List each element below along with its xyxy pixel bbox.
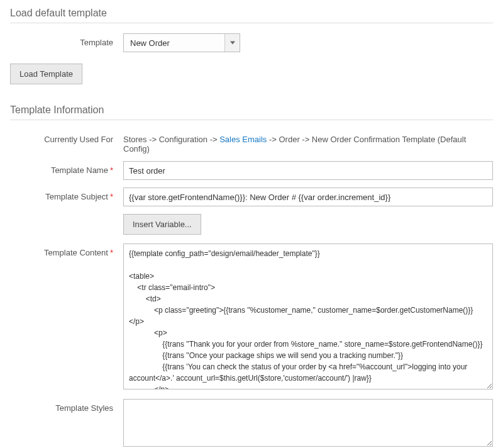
template-subject-input[interactable] <box>123 188 493 206</box>
template-select-row: Template New Order <box>10 33 493 52</box>
template-styles-wrap <box>123 399 493 448</box>
template-information-section: Template Information Currently Used For … <box>10 102 493 448</box>
template-select[interactable]: New Order <box>123 33 240 52</box>
load-template-button[interactable]: Load Template <box>10 64 82 84</box>
chevron-down-icon <box>224 34 240 52</box>
used-for-breadcrumb: Stores -> Configuration -> Sales Emails … <box>123 130 493 154</box>
template-content-textarea[interactable] <box>123 244 493 389</box>
required-icon: * <box>110 192 113 201</box>
template-name-label: Template Name* <box>10 161 123 175</box>
load-button-row: Load Template <box>10 64 493 84</box>
template-select-value: New Order <box>124 38 224 48</box>
load-default-template-section: Load default template Template New Order… <box>10 5 493 84</box>
insert-variable-button[interactable]: Insert Variable... <box>123 214 201 235</box>
breadcrumb-prefix: Stores -> Configuration -> <box>123 135 219 144</box>
required-icon: * <box>110 248 113 257</box>
template-styles-textarea[interactable] <box>123 399 493 447</box>
used-for-label: Currently Used For <box>10 130 123 144</box>
template-styles-row: Template Styles <box>10 399 493 448</box>
insert-variable-row: Insert Variable... <box>10 214 493 235</box>
template-styles-label: Template Styles <box>10 399 123 413</box>
template-subject-wrap <box>123 188 493 206</box>
breadcrumb-link-sales-emails[interactable]: Sales Emails <box>219 135 267 144</box>
template-name-wrap <box>123 161 493 180</box>
template-label: Template <box>10 33 123 47</box>
template-name-input[interactable] <box>123 161 493 180</box>
section-title-info: Template Information <box>10 102 493 120</box>
template-select-wrap: New Order <box>123 33 493 52</box>
required-icon: * <box>110 165 113 175</box>
used-for-row: Currently Used For Stores -> Configurati… <box>10 130 493 154</box>
template-content-label: Template Content* <box>10 244 123 257</box>
template-name-row: Template Name* <box>10 161 493 180</box>
section-title-load: Load default template <box>10 5 493 23</box>
template-subject-label: Template Subject* <box>10 188 123 201</box>
template-content-row: Template Content* <box>10 244 493 391</box>
template-content-wrap <box>123 244 493 391</box>
template-subject-row: Template Subject* <box>10 188 493 206</box>
